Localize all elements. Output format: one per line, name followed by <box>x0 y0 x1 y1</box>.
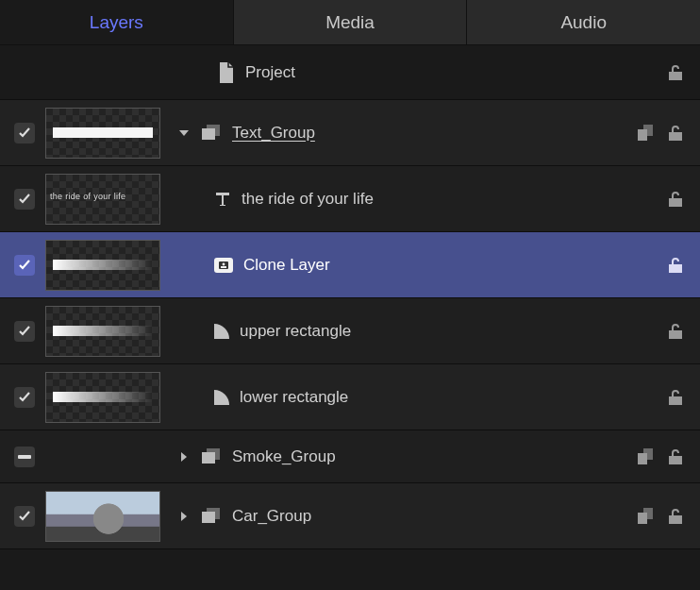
blend-icon[interactable] <box>638 125 658 142</box>
lock-icon[interactable] <box>666 388 687 407</box>
row-upper-rectangle[interactable]: upper rectangle <box>0 298 700 364</box>
lock-icon[interactable] <box>666 256 687 275</box>
lock-icon[interactable] <box>666 322 687 341</box>
project-label: Project <box>245 63 295 82</box>
svg-rect-13 <box>202 512 215 523</box>
disclosure-triangle[interactable] <box>175 450 192 464</box>
clone-icon <box>213 256 234 275</box>
svg-rect-1 <box>202 128 215 140</box>
disclosure-triangle[interactable] <box>175 510 192 523</box>
row-car-group[interactable]: Car_Group <box>0 483 700 549</box>
layer-label[interactable]: upper rectangle <box>240 322 351 341</box>
group-icon <box>202 125 223 142</box>
row-text-group[interactable]: Text_Group <box>0 100 700 166</box>
blend-icon[interactable] <box>638 508 658 525</box>
tab-label: Media <box>325 12 375 33</box>
disclosure-triangle[interactable] <box>175 126 192 140</box>
tab-media[interactable]: Media <box>234 0 468 44</box>
visibility-checkbox[interactable] <box>14 387 35 408</box>
tab-bar: Layers Media Audio <box>0 0 700 45</box>
row-project[interactable]: Project <box>0 45 700 100</box>
row-lower-rectangle[interactable]: lower rectangle <box>0 364 700 430</box>
row-smoke-group[interactable]: Smoke_Group <box>0 430 700 483</box>
shape-icon <box>213 323 230 340</box>
lock-icon[interactable] <box>666 190 687 209</box>
svg-rect-11 <box>638 453 647 464</box>
thumbnail <box>45 306 160 357</box>
thumbnail <box>45 108 160 159</box>
blend-icon[interactable] <box>638 448 658 465</box>
layer-label[interactable]: the ride of your life <box>242 190 374 209</box>
group-label[interactable]: Smoke_Group <box>232 447 336 466</box>
visibility-checkbox[interactable] <box>14 189 35 210</box>
group-icon <box>202 448 223 465</box>
lock-icon[interactable] <box>666 507 687 526</box>
lock-icon[interactable] <box>666 63 687 82</box>
visibility-checkbox[interactable] <box>14 321 35 342</box>
tab-label: Layers <box>90 12 143 33</box>
svg-rect-7 <box>18 455 31 459</box>
lock-icon[interactable] <box>666 124 687 143</box>
svg-point-6 <box>223 262 225 265</box>
text-icon <box>213 190 232 209</box>
visibility-checkbox[interactable] <box>14 506 35 527</box>
tab-label: Audio <box>560 12 607 33</box>
lock-icon[interactable] <box>666 447 687 466</box>
thumbnail <box>45 491 160 542</box>
row-clone-layer[interactable]: Clone Layer <box>0 232 700 298</box>
layer-label[interactable]: Clone Layer <box>243 256 330 275</box>
svg-rect-15 <box>638 513 647 524</box>
thumbnail: the ride of your life <box>45 174 160 225</box>
visibility-checkbox[interactable] <box>14 255 35 276</box>
tab-audio[interactable]: Audio <box>467 0 700 44</box>
visibility-checkbox[interactable] <box>14 123 35 143</box>
shape-icon <box>213 389 230 406</box>
visibility-checkbox[interactable] <box>14 447 35 467</box>
svg-rect-9 <box>202 452 215 464</box>
svg-rect-3 <box>638 129 647 141</box>
svg-rect-5 <box>221 266 226 268</box>
group-label[interactable]: Car_Group <box>232 507 311 526</box>
thumbnail <box>45 372 160 423</box>
tab-layers[interactable]: Layers <box>0 0 234 44</box>
group-label[interactable]: Text_Group <box>232 124 315 143</box>
layers-panel: Project Text_Group <box>0 45 700 549</box>
row-text-layer[interactable]: the ride of your life the ride of your l… <box>0 166 700 232</box>
project-icon <box>217 62 236 83</box>
layer-label[interactable]: lower rectangle <box>240 388 348 407</box>
thumbnail <box>45 240 160 291</box>
group-icon <box>202 508 223 525</box>
